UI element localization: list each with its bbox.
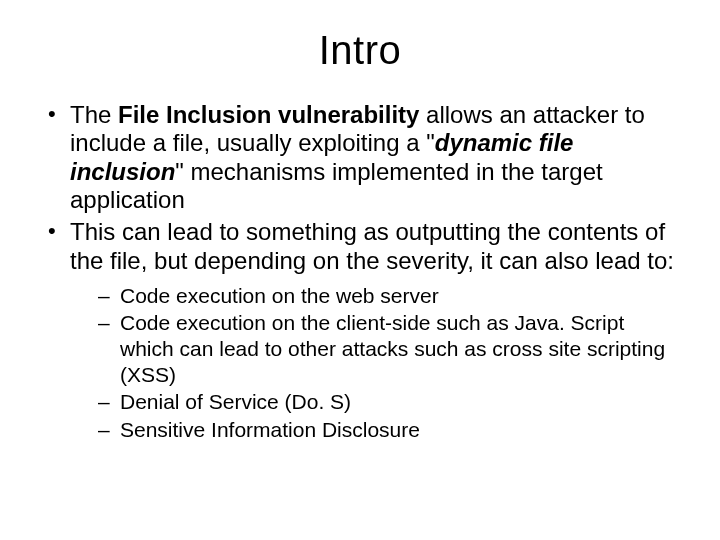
bullet-list: The File Inclusion vulnerability allows … bbox=[44, 101, 676, 443]
text-fragment: The bbox=[70, 101, 118, 128]
bold-term-file-inclusion: File Inclusion vulnerability bbox=[118, 101, 419, 128]
sub-bullet-item-1: Code execution on the web server bbox=[98, 283, 676, 309]
sub-bullet-list: Code execution on the web server Code ex… bbox=[70, 283, 676, 443]
slide-title: Intro bbox=[44, 28, 676, 73]
sub-bullet-item-2: Code execution on the client-side such a… bbox=[98, 310, 676, 387]
bullet-item-2: This can lead to something as outputting… bbox=[44, 218, 676, 442]
sub-bullet-item-3: Denial of Service (Do. S) bbox=[98, 389, 676, 415]
text-fragment: This can lead to something as outputting… bbox=[70, 218, 674, 273]
sub-bullet-item-4: Sensitive Information Disclosure bbox=[98, 417, 676, 443]
slide: Intro The File Inclusion vulnerability a… bbox=[0, 0, 720, 540]
bullet-item-1: The File Inclusion vulnerability allows … bbox=[44, 101, 676, 214]
